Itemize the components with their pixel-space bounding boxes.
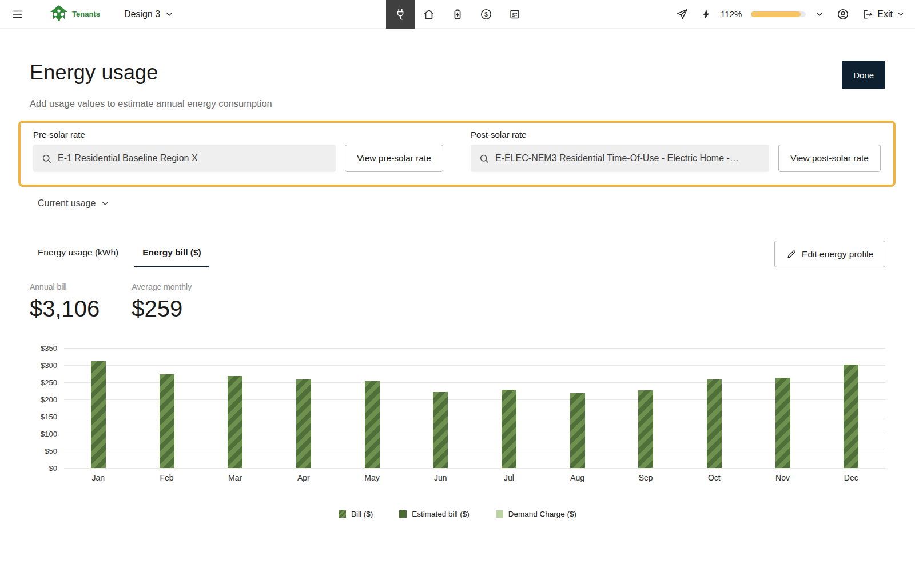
pricing-tool-button[interactable]: $ [472,0,500,29]
view-pre-solar-rate-button[interactable]: View pre-solar rate [345,145,443,172]
hamburger-icon [11,8,24,21]
svg-text:$: $ [512,12,515,18]
legend-label: Estimated bill ($) [412,510,470,518]
page-subtitle: Add usage values to estimate annual ener… [30,98,885,109]
design-selector-label: Design 3 [124,9,160,19]
lightning-bolt-icon [701,9,711,19]
legend-item: Demand Charge ($) [496,510,576,518]
pre-solar-rate-label: Pre-solar rate [33,130,443,139]
x-axis-label: May [338,473,407,482]
x-axis-label: Nov [749,473,817,482]
average-monthly-value: $259 [132,296,192,322]
chart-ylabels: $0$50$100$150$200$250$300$350 [30,348,57,468]
rates-highlight-panel: Pre-solar rate E-1 Residential Baseline … [18,121,896,187]
bar-sep [638,390,653,468]
chevron-down-icon [100,198,110,209]
chart-legend: Bill ($)Estimated bill ($)Demand Charge … [30,510,885,518]
bar-may [365,381,380,468]
x-axis-label: Dec [817,473,885,482]
pre-solar-rate-value: E-1 Residential Baseline Region X [58,153,198,163]
current-usage-label: Current usage [38,198,96,209]
chevron-down-icon[interactable] [815,10,824,19]
search-icon [479,153,490,164]
legend-swatch [339,510,346,518]
progress-fill [751,11,800,17]
bar-mar [228,376,242,468]
pencil-icon [786,249,797,259]
y-axis-label: $250 [41,378,57,387]
chart-plot [64,348,885,468]
chart-xlabels: JanFebMarAprMayJunJulAugSepOctNovDec [64,473,885,482]
bar-oct [707,379,722,468]
design-selector[interactable]: Design 3 [124,9,174,19]
simulate-button[interactable] [673,5,692,24]
home-tool-button[interactable] [415,0,443,29]
pre-solar-rate-group: Pre-solar rate E-1 Residential Baseline … [33,130,443,172]
pre-solar-rate-input[interactable]: E-1 Residential Baseline Region X [33,145,336,172]
x-axis-label: Sep [611,473,680,482]
chevron-down-icon [897,10,905,18]
toolbar-tools: $ $ [386,0,529,29]
hamburger-menu-button[interactable] [8,5,27,24]
bar-apr [296,379,311,468]
x-axis-label: Apr [269,473,338,482]
post-solar-rate-input[interactable]: E-ELEC-NEM3 Residential Time-Of-Use - El… [471,145,769,172]
tenants-house-icon [48,4,70,25]
annual-bill-stat: Annual bill $3,106 [30,282,100,322]
x-axis-label: Jun [406,473,475,482]
legend-swatch [496,510,503,518]
support-button[interactable] [833,5,853,24]
page-title: Energy usage [30,61,158,85]
y-axis-label: $100 [41,430,57,438]
gridline [64,468,885,469]
average-monthly-label: Average monthly [132,282,192,291]
bar-feb [160,374,174,468]
bar-nov [775,378,790,468]
legend-item: Estimated bill ($) [399,510,470,518]
dollar-document-icon: $ [508,8,521,21]
x-axis-label: Mar [201,473,269,482]
brand-name: Tenants [72,10,100,18]
bar-jan [91,361,106,468]
y-axis-label: $0 [49,464,57,473]
post-solar-rate-value: E-ELEC-NEM3 Residential Time-Of-Use - El… [495,153,739,163]
chevron-down-icon [165,10,174,19]
view-post-solar-rate-button[interactable]: View post-solar rate [778,145,881,172]
annual-bill-value: $3,106 [30,296,100,322]
dollar-circle-icon: $ [480,8,492,21]
battery-tool-button[interactable] [443,0,472,29]
exit-door-icon [862,9,873,20]
x-axis-label: Feb [133,473,201,482]
annual-bill-label: Annual bill [30,282,100,291]
y-axis-label: $200 [41,395,57,404]
tab-energy-bill[interactable]: Energy bill ($) [134,247,209,267]
utility-rates-tool-button[interactable] [386,0,415,29]
tab-energy-usage-kwh[interactable]: Energy usage (kWh) [30,247,126,267]
x-axis-label: Aug [543,473,612,482]
bar-jun [433,392,448,468]
y-axis-label: $150 [41,413,57,421]
top-toolbar: Tenants Design 3 [0,0,915,29]
bar-jul [502,390,516,468]
y-axis-label: $350 [41,344,57,353]
offset-progress-bar[interactable] [751,11,806,17]
current-usage-toggle[interactable]: Current usage [38,198,110,209]
y-axis-label: $300 [41,361,57,370]
x-axis-label: Jan [64,473,133,482]
edit-energy-profile-label: Edit energy profile [802,249,873,259]
account-circle-icon [837,8,849,21]
exit-control[interactable]: Exit [862,9,905,20]
post-solar-rate-label: Post-solar rate [471,130,881,139]
billing-tool-button[interactable]: $ [500,0,529,29]
tenants-logo[interactable]: Tenants [48,4,100,25]
search-icon [41,153,52,164]
energy-bill-chart: $0$50$100$150$200$250$300$350 JanFebMarA… [30,348,885,482]
legend-swatch [399,510,407,518]
legend-label: Bill ($) [351,510,373,518]
done-button[interactable]: Done [842,61,885,89]
edit-energy-profile-button[interactable]: Edit energy profile [774,241,885,267]
legend-item: Bill ($) [339,510,373,518]
offset-percentage: 112% [721,9,742,19]
legend-label: Demand Charge ($) [508,510,576,518]
paper-plane-icon [676,8,689,21]
